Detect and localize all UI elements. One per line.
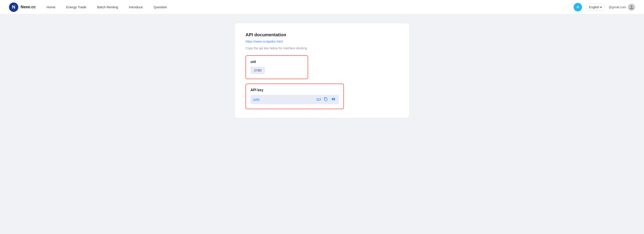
api-key-row: d4f0 3Df (250, 95, 339, 104)
telegram-button[interactable]: ✈ (574, 3, 582, 12)
user-email: @gmail.com (609, 5, 626, 9)
uid-label: uid (250, 60, 303, 64)
api-key-suffix: 3Df (316, 98, 321, 101)
navbar: N Neee.cc Home Energy Trade Batch Rentin… (0, 0, 644, 14)
nav-right: ✈ English ▾ @gmail.com (574, 3, 635, 12)
copy-hint: Copy the api key below for interface doc… (246, 46, 398, 50)
uid-box: uid 2760 (246, 55, 308, 79)
api-key-prefix: d4f0 (253, 98, 314, 101)
nav-batch-renting[interactable]: Batch Renting (97, 5, 118, 9)
api-doc-link[interactable]: https://neee.cc/apidoc.html (246, 40, 398, 43)
nav-question[interactable]: Question (154, 5, 167, 9)
user-avatar (628, 4, 635, 11)
logo-text: Neee.cc (20, 5, 36, 10)
copy-icon[interactable] (323, 97, 329, 102)
api-card: API documentation https://neee.cc/apidoc… (235, 23, 409, 118)
nav-energy-trade[interactable]: Energy Trade (66, 5, 86, 9)
language-selector[interactable]: English ▾ (586, 4, 605, 11)
uid-value-wrap: 2760 (250, 67, 265, 74)
api-key-box: API key d4f0 3Df (246, 84, 344, 109)
uid-value: 2760 (254, 68, 262, 72)
nav-home[interactable]: Home (46, 5, 56, 9)
card-title: API documentation (246, 32, 398, 37)
logo-icon: N (9, 3, 18, 12)
nav-introduce[interactable]: Introduce (129, 5, 143, 9)
logo-area[interactable]: N Neee.cc (9, 3, 36, 12)
main-content: API documentation https://neee.cc/apidoc… (0, 14, 644, 127)
eye-icon[interactable] (330, 97, 336, 102)
nav-links: Home Energy Trade Batch Renting Introduc… (46, 5, 574, 9)
user-menu[interactable]: @gmail.com (609, 4, 635, 11)
api-key-label: API key (250, 88, 339, 92)
